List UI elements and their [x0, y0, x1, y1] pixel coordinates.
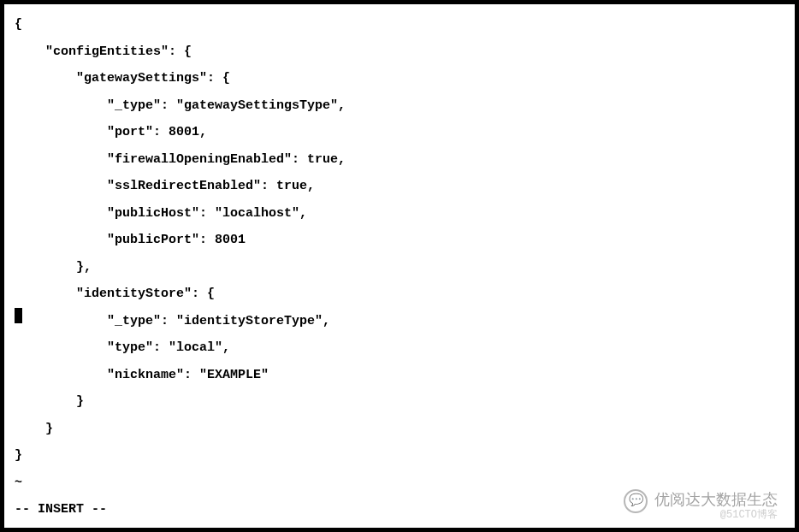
code-line: } — [15, 422, 53, 436]
tilde-marker: ~ — [15, 476, 22, 490]
code-line: "firewallOpeningEnabled": true, — [15, 152, 346, 167]
code-line: } — [15, 448, 22, 463]
code-line: "type": "local", — [15, 340, 230, 355]
code-line: "nickname": "EXAMPLE" — [15, 368, 269, 382]
code-line: "gatewaySettings": { — [15, 71, 230, 86]
code-line: "publicPort": 8001 — [15, 233, 246, 247]
code-line: "identityStore": { — [15, 287, 215, 301]
code-line: { — [15, 17, 22, 32]
code-line-cursor: "_type": "identityStoreType", — [15, 314, 330, 328]
watermark-source: @51CTO博客 — [720, 505, 778, 526]
terminal-window[interactable]: { "configEntities": { "gatewaySettings":… — [4, 4, 795, 528]
cursor-block — [15, 308, 22, 323]
code-line: "port": 8001, — [15, 125, 207, 139]
code-line: }, — [15, 260, 92, 275]
code-line: "configEntities": { — [15, 44, 192, 59]
code-line: "publicHost": "localhost", — [15, 206, 307, 221]
chat-bubble-icon: 💬 — [624, 489, 648, 513]
code-line: } — [15, 394, 84, 409]
editor-content[interactable]: { "configEntities": { "gatewaySettings":… — [15, 11, 784, 523]
vim-mode-status: -- INSERT -- — [15, 502, 107, 517]
code-line: "sslRedirectEnabled": true, — [15, 179, 315, 193]
code-line: "_type": "gatewaySettingsType", — [15, 98, 346, 113]
